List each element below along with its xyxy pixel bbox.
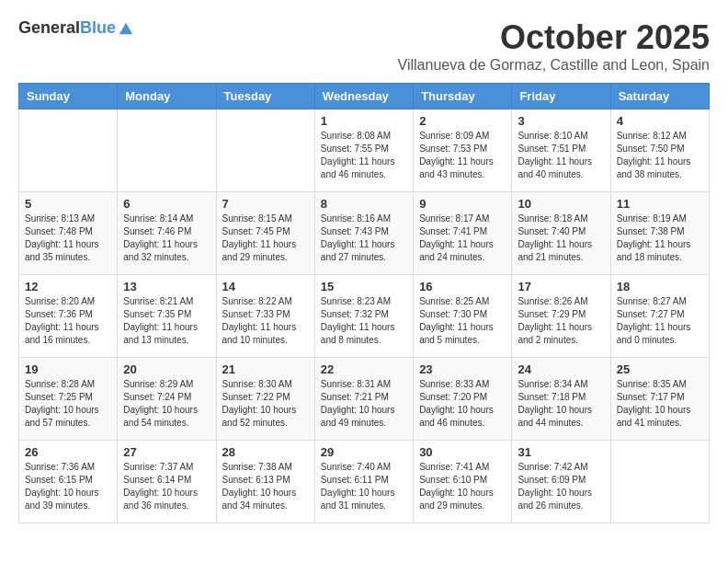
day-info: Sunrise: 8:17 AMSunset: 7:41 PMDaylight:… <box>419 213 506 264</box>
day-number: 23 <box>419 362 506 376</box>
calendar-cell: 20Sunrise: 8:29 AMSunset: 7:24 PMDayligh… <box>118 358 216 441</box>
calendar-cell: 22Sunrise: 8:31 AMSunset: 7:21 PMDayligh… <box>314 358 413 441</box>
calendar-cell: 16Sunrise: 8:25 AMSunset: 7:30 PMDayligh… <box>414 275 512 358</box>
day-info: Sunrise: 8:19 AMSunset: 7:38 PMDaylight:… <box>617 213 703 264</box>
svg-marker-0 <box>119 22 132 34</box>
calendar-cell: 12Sunrise: 8:20 AMSunset: 7:36 PMDayligh… <box>19 275 118 358</box>
day-number: 14 <box>222 280 309 293</box>
header: GeneralBlue October 2025 Villanueva de G… <box>18 18 710 74</box>
calendar-cell: 30Sunrise: 7:41 AMSunset: 6:10 PMDayligh… <box>414 441 512 523</box>
day-info: Sunrise: 8:14 AMSunset: 7:46 PMDaylight:… <box>123 213 210 264</box>
day-info: Sunrise: 8:27 AMSunset: 7:27 PMDaylight:… <box>617 295 703 347</box>
day-number: 19 <box>25 362 111 376</box>
calendar-header-row: SundayMondayTuesdayWednesdayThursdayFrid… <box>19 84 710 109</box>
day-info: Sunrise: 8:16 AMSunset: 7:43 PMDaylight:… <box>321 213 407 264</box>
calendar-cell: 17Sunrise: 8:26 AMSunset: 7:29 PMDayligh… <box>512 275 610 358</box>
day-number: 6 <box>123 197 210 211</box>
col-header-saturday: Saturday <box>610 84 709 109</box>
col-header-monday: Monday <box>118 84 216 109</box>
day-info: Sunrise: 8:31 AMSunset: 7:21 PMDaylight:… <box>321 378 407 430</box>
calendar-cell: 15Sunrise: 8:23 AMSunset: 7:32 PMDayligh… <box>314 275 413 358</box>
col-header-tuesday: Tuesday <box>216 84 314 109</box>
calendar-cell: 23Sunrise: 8:33 AMSunset: 7:20 PMDayligh… <box>414 358 512 441</box>
calendar-cell: 13Sunrise: 8:21 AMSunset: 7:35 PMDayligh… <box>118 275 216 358</box>
day-number: 15 <box>321 280 407 293</box>
calendar-cell: 9Sunrise: 8:17 AMSunset: 7:41 PMDaylight… <box>414 192 512 275</box>
day-info: Sunrise: 8:22 AMSunset: 7:33 PMDaylight:… <box>222 295 309 347</box>
calendar-cell <box>610 441 709 523</box>
calendar-week-row: 1Sunrise: 8:08 AMSunset: 7:55 PMDaylight… <box>19 109 710 192</box>
day-number: 2 <box>419 114 506 128</box>
day-number: 29 <box>321 445 407 459</box>
calendar-cell: 18Sunrise: 8:27 AMSunset: 7:27 PMDayligh… <box>610 275 709 358</box>
calendar-cell: 11Sunrise: 8:19 AMSunset: 7:38 PMDayligh… <box>610 192 709 275</box>
day-number: 18 <box>617 280 703 293</box>
day-info: Sunrise: 7:42 AMSunset: 6:09 PMDaylight:… <box>518 461 604 512</box>
calendar-cell: 2Sunrise: 8:09 AMSunset: 7:53 PMDaylight… <box>414 109 512 192</box>
calendar-cell: 8Sunrise: 8:16 AMSunset: 7:43 PMDaylight… <box>314 192 413 275</box>
day-number: 1 <box>321 114 407 128</box>
calendar-cell: 3Sunrise: 8:10 AMSunset: 7:51 PMDaylight… <box>512 109 610 192</box>
col-header-friday: Friday <box>512 84 610 109</box>
day-info: Sunrise: 7:38 AMSunset: 6:13 PMDaylight:… <box>222 461 309 512</box>
col-header-thursday: Thursday <box>414 84 512 109</box>
calendar-cell <box>216 109 314 192</box>
day-info: Sunrise: 8:08 AMSunset: 7:55 PMDaylight:… <box>321 130 407 181</box>
day-number: 13 <box>123 280 210 293</box>
day-info: Sunrise: 7:37 AMSunset: 6:14 PMDaylight:… <box>123 461 210 512</box>
calendar-cell: 26Sunrise: 7:36 AMSunset: 6:15 PMDayligh… <box>19 441 118 523</box>
calendar-cell: 6Sunrise: 8:14 AMSunset: 7:46 PMDaylight… <box>118 192 216 275</box>
day-number: 25 <box>617 362 703 376</box>
title-area: October 2025 Villanueva de Gormaz, Casti… <box>398 18 710 74</box>
calendar-week-row: 12Sunrise: 8:20 AMSunset: 7:36 PMDayligh… <box>19 275 710 358</box>
calendar-cell: 7Sunrise: 8:15 AMSunset: 7:45 PMDaylight… <box>216 192 314 275</box>
day-info: Sunrise: 7:40 AMSunset: 6:11 PMDaylight:… <box>321 461 407 512</box>
calendar-cell: 4Sunrise: 8:12 AMSunset: 7:50 PMDaylight… <box>610 109 709 192</box>
calendar-week-row: 26Sunrise: 7:36 AMSunset: 6:15 PMDayligh… <box>19 441 710 523</box>
logo-general-text: GeneralBlue <box>18 18 116 38</box>
day-number: 5 <box>25 197 111 211</box>
day-number: 8 <box>321 197 407 211</box>
calendar-cell: 31Sunrise: 7:42 AMSunset: 6:09 PMDayligh… <box>512 441 610 523</box>
day-number: 10 <box>518 197 604 211</box>
day-number: 21 <box>222 362 309 376</box>
calendar-cell <box>19 109 118 192</box>
day-info: Sunrise: 8:35 AMSunset: 7:17 PMDaylight:… <box>617 378 703 430</box>
day-info: Sunrise: 8:29 AMSunset: 7:24 PMDaylight:… <box>123 378 210 430</box>
calendar-cell: 27Sunrise: 7:37 AMSunset: 6:14 PMDayligh… <box>118 441 216 523</box>
day-info: Sunrise: 8:25 AMSunset: 7:30 PMDaylight:… <box>419 295 506 347</box>
calendar-cell: 25Sunrise: 8:35 AMSunset: 7:17 PMDayligh… <box>610 358 709 441</box>
day-info: Sunrise: 8:26 AMSunset: 7:29 PMDaylight:… <box>518 295 604 347</box>
day-info: Sunrise: 8:13 AMSunset: 7:48 PMDaylight:… <box>25 213 111 264</box>
day-info: Sunrise: 8:28 AMSunset: 7:25 PMDaylight:… <box>25 378 111 430</box>
day-info: Sunrise: 8:33 AMSunset: 7:20 PMDaylight:… <box>419 378 506 430</box>
day-number: 17 <box>518 280 604 293</box>
col-header-sunday: Sunday <box>19 84 118 109</box>
day-info: Sunrise: 8:18 AMSunset: 7:40 PMDaylight:… <box>518 213 604 264</box>
day-info: Sunrise: 8:30 AMSunset: 7:22 PMDaylight:… <box>222 378 309 430</box>
day-info: Sunrise: 8:34 AMSunset: 7:18 PMDaylight:… <box>518 378 604 430</box>
day-number: 11 <box>617 197 703 211</box>
day-number: 31 <box>518 445 604 459</box>
day-number: 26 <box>25 445 111 459</box>
day-number: 9 <box>419 197 506 211</box>
day-info: Sunrise: 7:36 AMSunset: 6:15 PMDaylight:… <box>25 461 111 512</box>
day-number: 4 <box>617 114 703 128</box>
calendar-cell: 24Sunrise: 8:34 AMSunset: 7:18 PMDayligh… <box>512 358 610 441</box>
day-number: 22 <box>321 362 407 376</box>
day-number: 12 <box>25 280 111 293</box>
logo: GeneralBlue <box>18 18 134 38</box>
day-info: Sunrise: 8:20 AMSunset: 7:36 PMDaylight:… <box>25 295 111 347</box>
day-info: Sunrise: 8:15 AMSunset: 7:45 PMDaylight:… <box>222 213 309 264</box>
day-number: 7 <box>222 197 309 211</box>
month-title: October 2025 <box>398 18 710 57</box>
calendar-cell <box>118 109 216 192</box>
col-header-wednesday: Wednesday <box>314 84 413 109</box>
day-number: 30 <box>419 445 506 459</box>
logo-icon <box>118 20 134 37</box>
day-number: 20 <box>123 362 210 376</box>
day-number: 28 <box>222 445 309 459</box>
day-number: 27 <box>123 445 210 459</box>
calendar-week-row: 19Sunrise: 8:28 AMSunset: 7:25 PMDayligh… <box>19 358 710 441</box>
calendar-cell: 21Sunrise: 8:30 AMSunset: 7:22 PMDayligh… <box>216 358 314 441</box>
